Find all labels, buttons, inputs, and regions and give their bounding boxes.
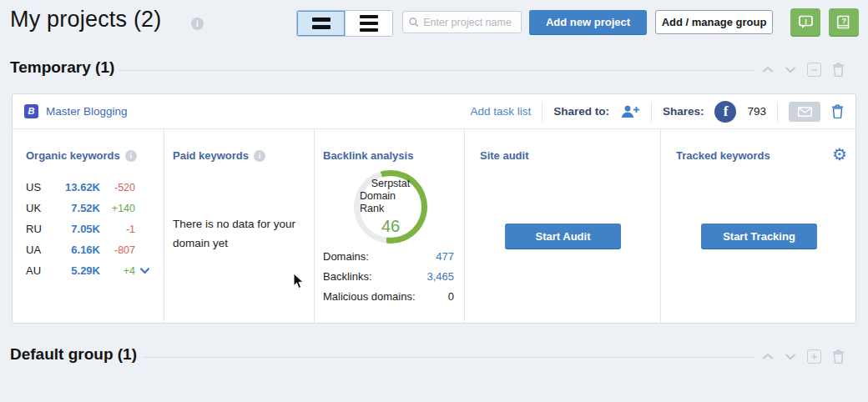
backlink-analysis-title: Backlink analysis bbox=[323, 149, 413, 162]
stat-row: Backlinks: 3,465 bbox=[323, 266, 454, 286]
backlink-stats: Domains: 477 Backlinks: 3,465 Malicious … bbox=[323, 246, 454, 306]
chevron-down-icon[interactable] bbox=[785, 353, 796, 360]
divider bbox=[542, 102, 542, 122]
chevron-down-icon[interactable] bbox=[785, 66, 796, 73]
column-title-text: Site audit bbox=[480, 149, 529, 162]
project-card-body: Organic keywords i US 13.62K -520 UK 7.5… bbox=[13, 129, 855, 324]
country-code: UK bbox=[26, 202, 54, 214]
delete-project-icon[interactable] bbox=[831, 104, 844, 118]
stat-value: 0 bbox=[448, 290, 454, 303]
paid-keywords-title: Paid keywords i bbox=[173, 149, 265, 162]
organic-keywords-table: US 13.62K -520 UK 7.52K +140 RU 7.05K -1 bbox=[13, 177, 164, 281]
divider bbox=[777, 102, 778, 122]
svg-text:?: ? bbox=[842, 17, 847, 25]
country-code: US bbox=[26, 181, 54, 193]
default-group-section-controls: + bbox=[762, 349, 845, 364]
stat-value[interactable]: 477 bbox=[436, 250, 454, 263]
feedback-bubble-icon: ! bbox=[798, 14, 814, 30]
trash-icon[interactable] bbox=[832, 349, 845, 364]
donut-center: Serpstat Domain Rank 46 bbox=[360, 176, 421, 238]
search-input[interactable] bbox=[423, 17, 515, 28]
table-row[interactable]: RU 7.05K -1 bbox=[13, 219, 164, 239]
expand-countries-button[interactable] bbox=[139, 267, 150, 274]
donut-label: Serpstat bbox=[371, 178, 411, 190]
start-tracking-button[interactable]: Start Tracking bbox=[701, 224, 817, 249]
keyword-count: 5.29K bbox=[54, 264, 100, 277]
start-audit-button[interactable]: Start Audit bbox=[505, 224, 621, 249]
add-manage-group-button[interactable]: Add / manage group bbox=[655, 10, 773, 34]
svg-text:!: ! bbox=[804, 17, 806, 26]
add-user-icon[interactable] bbox=[620, 105, 640, 118]
search-icon bbox=[409, 17, 418, 28]
site-audit-title: Site audit bbox=[480, 149, 529, 162]
settings-gear-icon[interactable]: ⚙ bbox=[832, 146, 847, 163]
mouse-cursor bbox=[293, 273, 305, 289]
project-name[interactable]: Master Blogging bbox=[46, 105, 128, 118]
shared-to-label: Shared to: bbox=[553, 105, 609, 118]
table-row[interactable]: UK 7.52K +140 bbox=[13, 198, 164, 219]
site-audit-column: Site audit Start Audit bbox=[464, 129, 660, 324]
info-icon[interactable]: i bbox=[125, 150, 137, 162]
chevron-up-icon[interactable] bbox=[762, 353, 774, 360]
my-projects-page: My projects (2) i Add new project Add / … bbox=[0, 0, 868, 402]
collapse-group-icon[interactable]: − bbox=[807, 63, 821, 77]
help-button[interactable]: ? bbox=[829, 8, 859, 36]
add-new-project-button[interactable]: Add new project bbox=[529, 10, 647, 34]
table-row[interactable]: AU 5.29K +4 bbox=[13, 260, 164, 281]
column-title-text: Paid keywords bbox=[173, 149, 249, 162]
bar-icon bbox=[360, 22, 378, 25]
keyword-delta: +140 bbox=[100, 203, 135, 214]
keyword-delta: +4 bbox=[100, 265, 135, 277]
temporary-section-title: Temporary (1) bbox=[10, 58, 114, 77]
domain-rank-donut-chart: Serpstat Domain Rank 46 bbox=[354, 170, 427, 244]
stat-label: Malicious domains: bbox=[323, 290, 416, 303]
keyword-count: 6.16K bbox=[54, 244, 100, 256]
organic-keywords-title: Organic keywords i bbox=[26, 149, 137, 162]
tracked-keywords-column: Tracked keywords ⚙ Start Tracking bbox=[660, 129, 857, 324]
stat-row: Malicious domains: 0 bbox=[323, 286, 454, 306]
bar-icon bbox=[312, 25, 331, 29]
project-identity[interactable]: B Master Blogging bbox=[24, 104, 128, 118]
country-code: UA bbox=[26, 244, 54, 256]
column-title-text: Tracked keywords bbox=[676, 149, 770, 162]
bar-icon bbox=[360, 28, 378, 32]
keyword-count: 13.62K bbox=[54, 181, 100, 193]
country-code: RU bbox=[26, 223, 54, 235]
paid-keywords-column: Paid keywords i There is no data for you… bbox=[164, 129, 314, 324]
project-card-master-blogging: B Master Blogging Add task list Shared t… bbox=[12, 93, 856, 324]
info-icon[interactable]: i bbox=[254, 150, 265, 162]
table-row[interactable]: US 13.62K -520 bbox=[13, 177, 164, 198]
bar-icon bbox=[360, 15, 378, 18]
expand-group-icon[interactable]: + bbox=[807, 349, 821, 364]
keyword-count: 7.52K bbox=[54, 202, 100, 214]
envelope-icon bbox=[798, 107, 812, 117]
email-report-button[interactable] bbox=[789, 102, 820, 122]
country-code: AU bbox=[26, 264, 54, 277]
backlink-analysis-column: Backlink analysis Serpstat Domain Rank 4… bbox=[314, 129, 464, 324]
shares-count: 793 bbox=[747, 105, 766, 118]
facebook-icon[interactable]: f bbox=[714, 101, 736, 123]
add-task-list-link[interactable]: Add task list bbox=[470, 105, 531, 118]
divider bbox=[144, 357, 755, 358]
chevron-up-icon[interactable] bbox=[762, 66, 774, 73]
title-info-icon[interactable]: i bbox=[191, 18, 204, 30]
feedback-button[interactable]: ! bbox=[790, 8, 820, 36]
default-group-section-title: Default group (1) bbox=[10, 345, 137, 364]
bar-icon bbox=[312, 18, 331, 22]
view-cards-button[interactable] bbox=[297, 11, 345, 36]
column-title-text: Backlink analysis bbox=[323, 149, 413, 162]
keyword-count: 7.05K bbox=[54, 223, 100, 235]
stat-row: Domains: 477 bbox=[323, 246, 454, 266]
table-row[interactable]: UA 6.16K -807 bbox=[13, 239, 164, 260]
stat-value[interactable]: 3,465 bbox=[426, 270, 454, 283]
page-title: My projects (2) bbox=[10, 7, 162, 33]
view-list-button[interactable] bbox=[345, 11, 392, 36]
help-book-icon: ? bbox=[836, 14, 851, 30]
project-header-actions: Add task list Shared to: Shares: f 793 bbox=[470, 101, 844, 123]
project-favicon: B bbox=[24, 104, 38, 118]
donut-label: Domain Rank bbox=[360, 190, 421, 215]
project-card-header: B Master Blogging Add task list Shared t… bbox=[13, 94, 855, 129]
keyword-delta: -807 bbox=[100, 244, 135, 256]
view-toggle bbox=[296, 10, 393, 37]
trash-icon[interactable] bbox=[832, 63, 845, 77]
